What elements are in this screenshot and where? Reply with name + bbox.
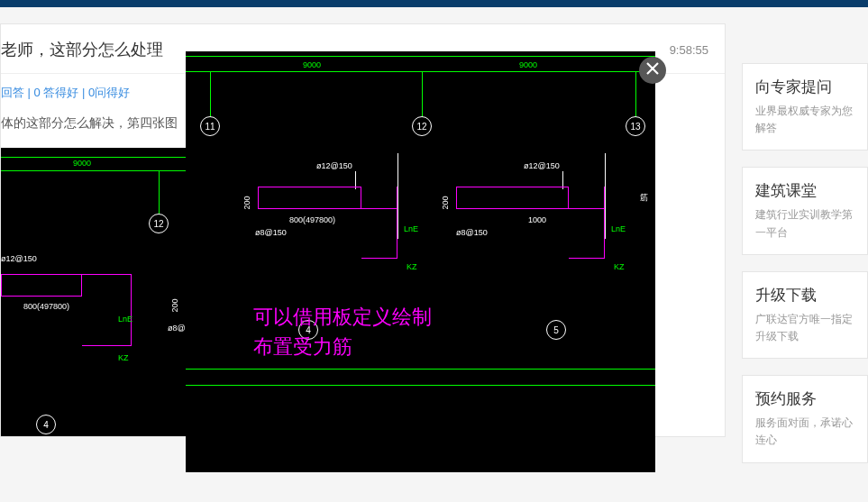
lne-label: LnE: [404, 224, 418, 233]
sidebar-card-title: 向专家提问: [755, 77, 856, 97]
question-title: 老师，这部分怎么处理: [1, 39, 163, 60]
grid-line: [186, 369, 655, 370]
kz-label: KZ: [614, 262, 625, 271]
rebar-label: ø12@150: [316, 161, 352, 170]
sidebar-card-title: 预约服务: [755, 388, 856, 409]
thumb-rebar2: ø8@: [168, 324, 186, 333]
beam-section-left: [258, 187, 361, 209]
thumb-kz: KZ: [118, 353, 129, 362]
beam-dim: 1000: [528, 215, 546, 224]
thumb-grid-bubble-4: 4: [36, 415, 56, 434]
thumb-side-dim: 200: [170, 298, 179, 312]
section-line: [605, 153, 606, 239]
beam-section-right: [456, 187, 569, 209]
thumb-beam: [1, 274, 82, 297]
beam-junction: [569, 187, 605, 209]
grid-bubble-12: 12: [412, 116, 432, 136]
note-char: 筋: [640, 192, 648, 204]
lne-label: LnE: [611, 224, 626, 233]
grid-leader: [635, 71, 636, 118]
close-icon: [645, 61, 660, 79]
sidebar-download[interactable]: 升级下载 广联达官方唯一指定升级下载: [742, 271, 868, 359]
thumb-dim: 9000: [73, 159, 91, 168]
rebar-label: ø8@150: [456, 228, 488, 237]
sidebar-card-desc: 服务面对面，承诺心连心: [755, 415, 856, 449]
thumb-grid-bubble: 12: [149, 214, 169, 233]
section-line: [397, 153, 398, 239]
top-nav-bar: [0, 0, 868, 7]
sidebar-card-desc: 建筑行业实训教学第一平台: [755, 206, 856, 241]
sidebar-card-desc: 业界最权威专家为您解答: [755, 103, 856, 137]
beam-dim: 800(497800): [289, 215, 335, 224]
thumb-beam-dim: 800(497800): [23, 302, 69, 311]
grid-line: [186, 56, 655, 57]
kz-label: KZ: [407, 262, 417, 271]
dim-label: 9000: [519, 60, 537, 69]
grid-bubble-11: 11: [200, 116, 220, 136]
dim-label: 9000: [303, 60, 321, 69]
sidebar-card-desc: 广联达官方唯一指定升级下载: [755, 311, 856, 345]
side-dim: 200: [242, 196, 251, 209]
grid-leader: [210, 71, 211, 118]
side-dim: 200: [441, 196, 450, 209]
thumb-rebar: ø12@150: [1, 254, 37, 263]
annotation-text: 可以借用板定义绘制 布置受力筋: [253, 302, 432, 361]
question-time: 9:58:55: [670, 43, 708, 57]
sidebar-appointment[interactable]: 预约服务 服务面对面，承诺心连心: [742, 375, 868, 462]
grid-line: [186, 385, 655, 386]
close-button[interactable]: [639, 57, 666, 84]
grid-line: [186, 71, 655, 72]
cad-drawing: 9000 9000 11 12 13 ø12@150 200 ø8@150 80…: [186, 51, 655, 472]
thumb-lne: LnE: [118, 315, 132, 324]
rebar-label: ø12@150: [524, 161, 560, 170]
grid-bubble-5: 5: [546, 320, 566, 340]
sidebar-card-title: 升级下载: [755, 285, 856, 306]
sidebar-ask-expert[interactable]: 向专家提问 业界最权威专家为您解答: [742, 63, 868, 151]
sidebar: 向专家提问 业界最权威专家为您解答 建筑课堂 建筑行业实训教学第一平台 升级下载…: [742, 23, 868, 463]
beam-junction: [361, 187, 397, 209]
grid-bubble-13: 13: [626, 116, 645, 136]
sidebar-card-title: 建筑课堂: [755, 180, 856, 201]
grid-leader: [422, 71, 423, 118]
sidebar-classroom[interactable]: 建筑课堂 建筑行业实训教学第一平台: [742, 167, 868, 254]
thumb-column: [82, 274, 132, 346]
image-modal: 9000 9000 11 12 13 ø12@150 200 ø8@150 80…: [186, 51, 655, 472]
rebar-label: ø8@150: [255, 228, 287, 237]
